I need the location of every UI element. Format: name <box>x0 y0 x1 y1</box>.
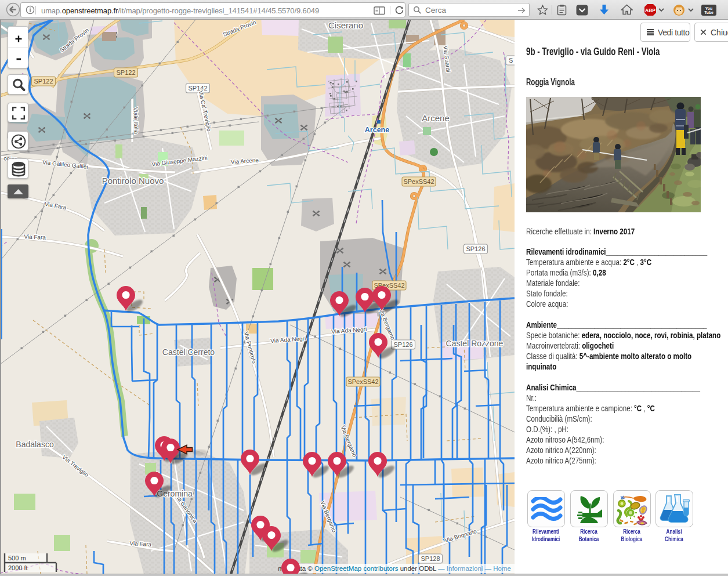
svg-text:Badalasco: Badalasco <box>16 440 54 449</box>
svg-text:Tube: Tube <box>704 10 713 15</box>
svg-text:Via Fara: Via Fara <box>24 233 46 240</box>
svg-text:map data © OpenStreetMap contr: map data © OpenStreetMap contributors un… <box>278 565 511 572</box>
svg-text:2000 ft: 2000 ft <box>8 564 28 571</box>
svg-text:Castel Cerreto: Castel Cerreto <box>162 347 215 357</box>
svg-text:Castel Rozzone: Castel Rozzone <box>446 339 504 348</box>
svg-text:SP128: SP128 <box>421 555 440 562</box>
svg-text:SP122: SP122 <box>34 78 53 85</box>
svg-text:S: S <box>509 57 513 64</box>
svg-text:SPexSS42: SPexSS42 <box>347 378 378 385</box>
svg-text:Pontirolo Nuovo: Pontirolo Nuovo <box>102 176 164 186</box>
svg-text:SP126: SP126 <box>466 245 485 252</box>
svg-text:Arcene: Arcene <box>422 113 450 123</box>
svg-text:Ciserano: Ciserano <box>328 20 363 30</box>
svg-text:Via Fara: Via Fara <box>129 540 152 548</box>
svg-text:Arcene: Arcene <box>365 126 389 134</box>
svg-text:500 m: 500 m <box>8 555 26 561</box>
svg-text:SPexSS42: SPexSS42 <box>403 178 434 185</box>
svg-text:You: You <box>705 6 712 10</box>
svg-text:SP126: SP126 <box>393 341 412 348</box>
svg-text:ABP: ABP <box>645 8 655 13</box>
svg-text:SP122: SP122 <box>116 69 135 76</box>
svg-text:Viale Italia: Viale Italia <box>132 107 140 135</box>
